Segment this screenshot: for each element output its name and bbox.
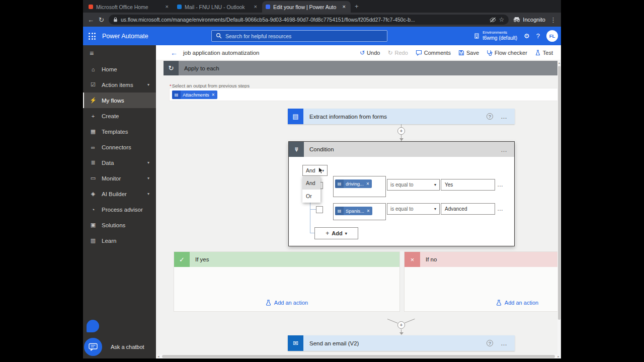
if-yes-header[interactable]: ✓ If yes bbox=[174, 252, 399, 267]
vertical-scrollbar-thumb[interactable] bbox=[558, 66, 560, 320]
condition-header[interactable]: ⋔ Condition … bbox=[289, 142, 514, 157]
info-icon[interactable]: ? bbox=[487, 340, 493, 346]
horizontal-scrollbar-thumb[interactable] bbox=[162, 355, 555, 358]
tab-close-icon[interactable]: × bbox=[341, 4, 347, 10]
info-icon[interactable]: ? bbox=[487, 113, 493, 120]
operator-option-and[interactable]: And bbox=[302, 176, 320, 190]
row-checkbox[interactable] bbox=[316, 206, 323, 213]
flow-checker-button[interactable]: Flow checker bbox=[487, 50, 527, 56]
settings-gear-icon[interactable]: ⚙ bbox=[524, 32, 530, 40]
sidebar-item-learn[interactable]: ▥ Learn bbox=[83, 233, 156, 248]
row-more-icon[interactable]: … bbox=[497, 205, 504, 212]
insert-step-button[interactable]: + bbox=[397, 127, 405, 135]
comparator-select[interactable]: is equal to ▾ bbox=[387, 179, 440, 191]
flask-icon bbox=[496, 300, 502, 306]
condition-value-field[interactable]: ▤ driving... × bbox=[333, 176, 386, 197]
spanish-token[interactable]: ▤ Spanis... × bbox=[335, 207, 372, 215]
environment-picker[interactable]: Environments t6wmg (default) bbox=[474, 30, 517, 42]
bookmark-star-icon[interactable]: ☆ bbox=[499, 16, 505, 23]
sidebar-item-home[interactable]: ⌂ Home bbox=[83, 61, 156, 77]
sidebar-item-action-items[interactable]: ☑ Action items ▾ bbox=[83, 77, 156, 93]
save-button[interactable]: Save bbox=[458, 50, 479, 56]
global-search-box[interactable] bbox=[211, 30, 387, 42]
help-icon[interactable]: ? bbox=[536, 32, 540, 40]
operator-option-or[interactable]: Or bbox=[302, 190, 320, 203]
tab-office-home[interactable]: Microsoft Office Home × bbox=[85, 1, 174, 13]
vertical-scrollbar[interactable]: ▲ bbox=[557, 60, 561, 354]
sidebar-item-templates[interactable]: ▦ Templates bbox=[83, 124, 156, 139]
sidebar-item-my-flows[interactable]: ⚡ My flows bbox=[83, 93, 156, 108]
sidebar-item-process-advisor[interactable]: ◔ Process advisor bbox=[83, 202, 156, 217]
token-icon: ▤ bbox=[335, 207, 344, 215]
horizontal-scrollbar[interactable]: ◄ ► bbox=[156, 354, 561, 358]
more-menu-icon[interactable]: … bbox=[501, 146, 508, 153]
waffle-icon[interactable] bbox=[89, 33, 96, 40]
sidebar-item-ai-builder[interactable]: ◈ AI Builder ▾ bbox=[83, 186, 156, 202]
row-more-icon[interactable]: … bbox=[497, 181, 504, 188]
search-input[interactable] bbox=[225, 33, 383, 39]
remove-token-icon[interactable]: × bbox=[366, 181, 372, 187]
chat-icon bbox=[89, 343, 98, 351]
remove-token-icon[interactable]: × bbox=[211, 92, 217, 98]
building-icon bbox=[474, 32, 479, 41]
more-menu-icon[interactable]: … bbox=[501, 113, 508, 120]
output-field[interactable]: ▤ Attachments × bbox=[169, 88, 561, 101]
sidebar-item-data[interactable]: ≣ Data ▾ bbox=[83, 155, 156, 170]
incognito-label: Incognito bbox=[523, 17, 545, 23]
browser-menu-icon[interactable]: ⋮ bbox=[550, 17, 556, 23]
browser-tab-bar: Microsoft Office Home × Mail - FNU LNU -… bbox=[83, 0, 561, 13]
sidebar-item-connectors[interactable]: ∞ Connectors bbox=[83, 139, 156, 155]
chevron-down-icon: ▾ bbox=[345, 231, 347, 236]
power-automate-favicon bbox=[266, 5, 270, 9]
reload-icon[interactable]: ↻ bbox=[99, 17, 104, 23]
value-input[interactable]: Yes bbox=[441, 179, 495, 191]
apply-to-each-card[interactable]: ↻ Apply to each bbox=[164, 61, 561, 75]
card-title: Condition bbox=[309, 146, 501, 152]
add-condition-button[interactable]: + Add ▾ bbox=[314, 227, 358, 239]
user-avatar[interactable]: FL bbox=[546, 30, 558, 42]
new-tab-button[interactable]: + bbox=[355, 3, 359, 10]
chevron-down-icon: ▾ bbox=[147, 192, 149, 196]
remove-token-icon[interactable]: × bbox=[366, 208, 372, 214]
tab-power-automate-active[interactable]: Edit your flow | Power Auto × bbox=[262, 1, 351, 13]
sidebar-item-solutions[interactable]: ▣ Solutions bbox=[83, 217, 156, 233]
insert-step-button[interactable]: + bbox=[397, 321, 405, 329]
add-action-link[interactable]: Add an action bbox=[405, 300, 561, 306]
tab-close-icon[interactable]: × bbox=[253, 4, 259, 10]
chatbot-button[interactable] bbox=[84, 338, 102, 356]
scroll-right-arrow[interactable]: ► bbox=[556, 355, 561, 358]
back-icon[interactable]: ← bbox=[88, 17, 94, 23]
sidebar-item-label: Home bbox=[102, 66, 117, 72]
stethoscope-icon bbox=[487, 50, 493, 56]
back-arrow-icon[interactable]: ← bbox=[171, 49, 178, 57]
comparator-select[interactable]: is equal to ▾ bbox=[387, 203, 440, 215]
scroll-up-arrow[interactable]: ▲ bbox=[557, 61, 561, 64]
redo-button[interactable]: ↻ Redo bbox=[387, 49, 408, 56]
send-email-card[interactable]: ✉ Send an email (V2) ? … bbox=[288, 335, 515, 351]
sidebar-item-create[interactable]: + Create bbox=[83, 108, 156, 124]
condition-value-field[interactable]: ▤ Spanis... × bbox=[333, 203, 386, 220]
eye-blocked-icon[interactable] bbox=[490, 17, 496, 23]
test-button[interactable]: Test bbox=[535, 50, 553, 56]
add-action-link[interactable]: Add an action bbox=[174, 300, 399, 306]
connector-line bbox=[405, 319, 415, 323]
comments-button[interactable]: Comments bbox=[416, 50, 451, 56]
driving-token[interactable]: ▤ driving... × bbox=[335, 179, 372, 188]
if-no-header[interactable]: × If no bbox=[405, 252, 561, 267]
extract-form-card[interactable]: ▤ Extract information from forms ? … bbox=[288, 109, 515, 124]
sidebar-collapse-button[interactable]: ≡ bbox=[83, 45, 156, 61]
more-menu-icon[interactable]: … bbox=[501, 339, 508, 347]
scroll-left-arrow[interactable]: ◄ bbox=[156, 355, 161, 358]
condition-card[interactable]: ⋔ Condition … And ▾ And Or ▤ driving bbox=[288, 141, 515, 246]
flow-canvas[interactable]: ↻ Apply to each *Select an output from p… bbox=[156, 60, 561, 354]
undo-button[interactable]: ↺ Undo bbox=[360, 49, 380, 56]
address-bar[interactable]: us.flow.microsoft.com/manage/environment… bbox=[109, 15, 509, 25]
toolbar-actions: ↺ Undo ↻ Redo Comments Save bbox=[360, 49, 561, 56]
flask-icon bbox=[266, 300, 271, 306]
undo-icon: ↺ bbox=[360, 49, 365, 56]
attachments-token[interactable]: ▤ Attachments × bbox=[172, 90, 217, 99]
value-input[interactable]: Advanced bbox=[441, 203, 495, 215]
tab-close-icon[interactable]: × bbox=[164, 4, 170, 10]
tab-outlook[interactable]: Mail - FNU LNU - Outlook × bbox=[174, 1, 262, 13]
sidebar-item-monitor[interactable]: ▭ Monitor ▾ bbox=[83, 170, 156, 186]
